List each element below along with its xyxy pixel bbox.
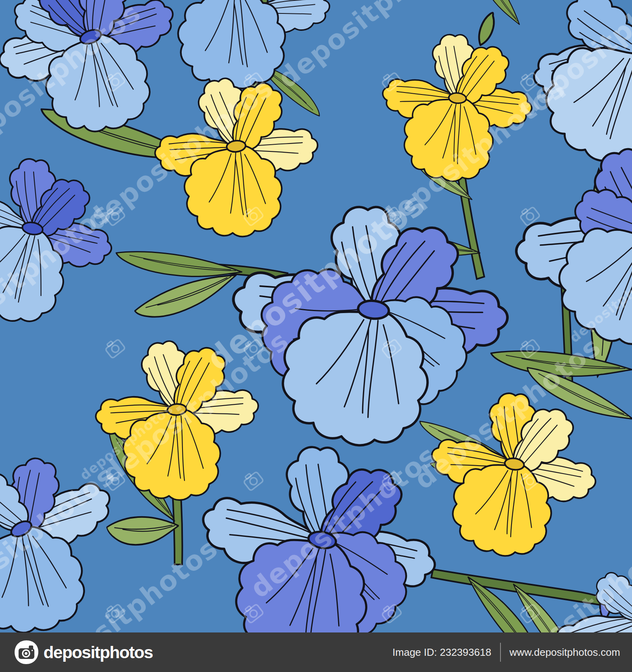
iris-yellow-lower-left: [87, 327, 268, 508]
iris-yellow-top-right: [372, 21, 541, 188]
brand-name: depositphotos: [43, 643, 153, 662]
image-id: Image ID: 232393618: [393, 646, 491, 659]
website-url: www.depositphotos.com: [510, 646, 620, 659]
iris-lightblue-top-center: [175, 0, 338, 93]
camera-logo-icon: [14, 640, 39, 664]
flower-bud: [474, 11, 500, 47]
green-top-right-corner: [457, 0, 540, 47]
iris-pattern-artwork: [0, 0, 632, 633]
iris-blue-left-edge: [0, 140, 128, 341]
footer-bar: depositphotos Image ID: 232393618 www.de…: [0, 632, 632, 672]
image-meta: Image ID: 232393618 www.depositphotos.co…: [393, 643, 620, 662]
divider: [500, 643, 501, 662]
depositphotos-logo: depositphotos: [14, 640, 153, 664]
stock-image-preview: depositphotos depositphotos depositphoto…: [0, 0, 632, 672]
